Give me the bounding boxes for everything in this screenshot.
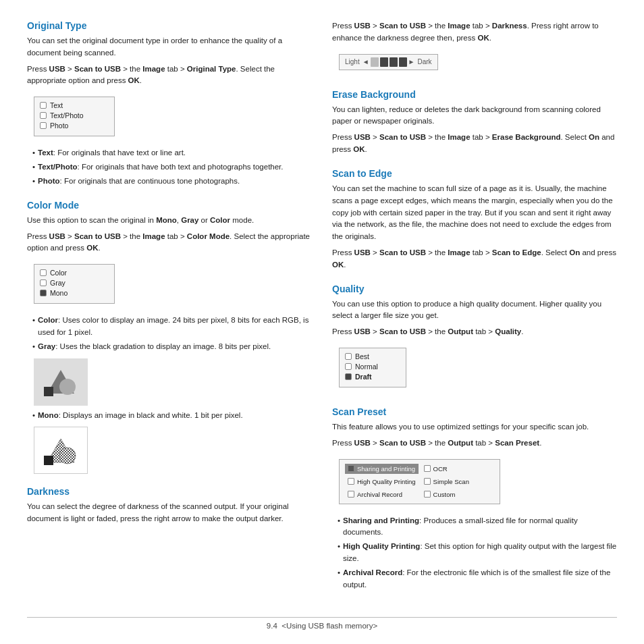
mock-radio-textphoto (40, 112, 47, 119)
bullet-text: Text: For originals that have text or li… (32, 147, 312, 159)
preset-simple-scan: Simple Scan (421, 477, 495, 487)
erase-background-heading: Erase Background (332, 89, 617, 100)
quality-radio-draft (345, 373, 352, 380)
original-type-instruction: Press USB > Scan to USB > the Image tab … (27, 63, 312, 88)
preset-grid: Sharing and Printing OCR High Quality Pr… (345, 464, 494, 500)
segment-4 (399, 57, 407, 67)
mock-label-text: Text (50, 101, 63, 109)
quality-radio-normal (345, 363, 352, 370)
preset-check-sharing (348, 465, 354, 472)
mock-label-gray: Gray (50, 279, 65, 287)
quality-row-best: Best (345, 352, 400, 360)
preset-check-hq (348, 478, 354, 485)
quality-mockup: Best Normal Draft (339, 348, 406, 387)
page-number: 9.4 (267, 622, 277, 630)
erase-background-instruction: Press USB > Scan to USB > the Image tab … (332, 132, 617, 156)
color-mode-instruction: Press USB > Scan to USB > the Image tab … (27, 231, 312, 255)
mock-row-color: Color (40, 269, 109, 277)
darkness-slider-mockup: Light ◄ ► Dark (339, 54, 438, 70)
scan-to-edge-instruction: Press USB > Scan to USB > the Image tab … (332, 247, 617, 271)
preset-archival: Archival Record (345, 489, 419, 500)
quality-instruction: Press USB > Scan to USB > the Output tab… (332, 326, 617, 338)
slider-track: ◄ ► (363, 57, 415, 67)
bullet-textphoto: Text/Photo: For originals that have both… (32, 161, 312, 173)
original-type-para: You can set the original document type i… (27, 35, 312, 59)
color-image-svg (41, 363, 81, 400)
mock-radio-photo (40, 122, 47, 129)
preset-sharing-printing: Sharing and Printing (345, 464, 419, 474)
mock-label-mono: Mono (50, 289, 68, 297)
mock-radio-mono (40, 290, 47, 296)
right-column: Press USB > Scan to USB > the Image tab … (332, 20, 617, 597)
mock-radio-color (40, 269, 47, 276)
preset-high-quality: High Quality Printing (345, 477, 419, 487)
segment-3 (390, 57, 398, 67)
mock-row-text: Text (40, 101, 109, 109)
mono-bullet-list: Mono: Displays an image in black and whi… (32, 410, 312, 422)
mock-label-textphoto: Text/Photo (50, 111, 84, 119)
mock-row-textphoto: Text/Photo (40, 111, 109, 119)
mock-radio-gray (40, 279, 47, 286)
quality-label-draft: Draft (355, 373, 372, 381)
bullet-sharing: Sharing and Printing: Produces a small-s… (338, 515, 617, 539)
quality-row-normal: Normal (345, 363, 400, 371)
svg-point-7 (59, 448, 76, 464)
preset-label-ocr: OCR (433, 465, 448, 473)
bullet-photo: Photo: For originals that are continuous… (32, 176, 312, 188)
scan-to-edge-para: You can set the machine to scan full siz… (332, 183, 617, 243)
original-type-heading: Original Type (27, 20, 312, 31)
bullet-color: Color: Uses color to display an image. 2… (32, 315, 312, 339)
svg-rect-2 (44, 387, 53, 396)
color-mode-mockup: Color Gray Mono (34, 264, 115, 304)
quality-row-draft: Draft (345, 373, 400, 381)
preset-label-hq: High Quality Printing (357, 478, 416, 485)
bullet-mono: Mono: Displays an image in black and whi… (32, 410, 312, 422)
mock-row-gray: Gray (40, 279, 109, 287)
preset-check-custom (424, 491, 431, 498)
mock-row-photo: Photo (40, 122, 109, 130)
color-mode-heading: Color Mode (27, 200, 312, 211)
mock-label-photo: Photo (50, 122, 68, 130)
preset-label-custom: Custom (433, 491, 456, 498)
scan-preset-heading: Scan Preset (332, 406, 617, 417)
color-mode-para: Use this option to scan the original in … (27, 215, 312, 227)
quality-para: You can use this option to produce a hig… (332, 298, 617, 323)
erase-background-para: You can lighten, reduce or deletes the d… (332, 104, 617, 128)
quality-radio-best (345, 353, 352, 360)
bullet-gray: Gray: Uses the black gradation to displa… (32, 341, 312, 353)
original-type-bullets: Text: For originals that have text or li… (32, 147, 312, 187)
darkness-instruction: Press USB > Scan to USB > the Image tab … (332, 20, 617, 45)
preset-check-archival (348, 491, 354, 498)
preset-label-simple: Simple Scan (433, 478, 469, 485)
scan-preset-mockup: Sharing and Printing OCR High Quality Pr… (339, 459, 500, 504)
quality-heading: Quality (332, 284, 617, 294)
darkness-heading: Darkness (27, 486, 312, 497)
preset-check-simple (424, 478, 431, 485)
mock-radio-text (40, 102, 47, 109)
bullet-archival: Archival Record: For the electronic file… (338, 567, 617, 591)
preset-custom: Custom (421, 489, 495, 500)
slider-light-label: Light (345, 58, 360, 65)
slider-right-arrow: ► (408, 58, 415, 65)
svg-rect-8 (44, 456, 53, 465)
svg-point-1 (59, 379, 76, 395)
mono-image-svg (41, 432, 81, 469)
quality-label-best: Best (355, 352, 369, 360)
left-column: Original Type You can set the original d… (27, 20, 312, 597)
scan-to-edge-heading: Scan to Edge (332, 168, 617, 179)
mock-row-mono: Mono (40, 289, 109, 297)
slider-dark-label: Dark (418, 58, 432, 65)
color-mode-bullets: Color: Uses color to display an image. 2… (32, 315, 312, 352)
bullet-hq-printing: High Quality Printing: Set this option f… (338, 541, 617, 565)
scan-preset-para: This feature allows you to use optimized… (332, 421, 617, 433)
original-type-mockup: Text Text/Photo Photo (34, 97, 115, 136)
scan-preset-bullets: Sharing and Printing: Produces a small-s… (338, 515, 617, 591)
preset-label-archival: Archival Record (357, 491, 402, 498)
scan-preset-instruction: Press USB > Scan to USB > the Output tab… (332, 437, 617, 450)
footer-context: <Using USB flash memory> (281, 622, 377, 630)
preset-label-sharing: Sharing and Printing (357, 465, 415, 473)
page-footer: 9.4 <Using USB flash memory> (27, 617, 617, 630)
darkness-para: You can select the degree of darkness of… (27, 501, 312, 525)
mono-image-mockup (34, 427, 88, 474)
preset-ocr: OCR (421, 464, 495, 474)
